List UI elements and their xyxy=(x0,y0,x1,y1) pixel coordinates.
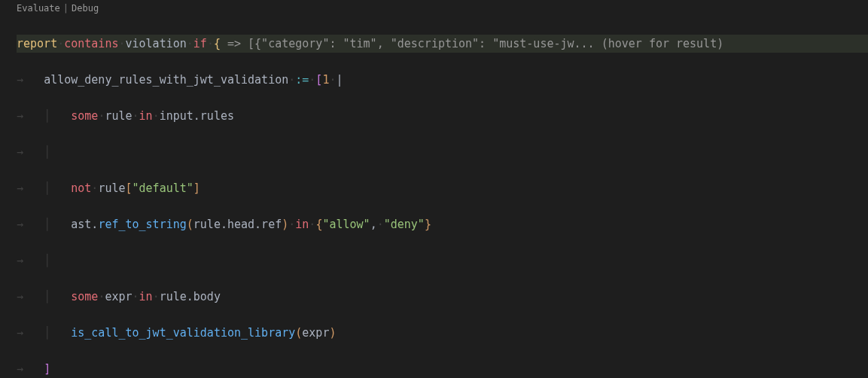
inlay-hint[interactable]: => [{"category": "tim", "description": "… xyxy=(221,37,723,50)
token-function: is_call_to_jwt_validation_library xyxy=(71,326,295,340)
token-ident: rule.body xyxy=(160,290,221,303)
token-keyword: in xyxy=(295,218,309,231)
token-bracket: [ xyxy=(126,181,132,195)
token-keyword: not xyxy=(71,181,91,195)
code-line[interactable]: → │ not·rule["default"] xyxy=(17,179,868,197)
code-line[interactable]: → │ xyxy=(17,251,868,270)
token-paren: ) xyxy=(282,218,288,231)
token-string: "deny" xyxy=(384,218,425,231)
token-paren: ( xyxy=(295,326,302,340)
token-string: "allow" xyxy=(322,218,370,231)
token-keyword: in xyxy=(139,290,153,303)
token-keyword: contains xyxy=(64,37,118,50)
token-ident: ast xyxy=(71,218,91,231)
token-ident: report xyxy=(17,37,57,50)
token-keyword: if xyxy=(193,37,207,50)
token-function: ref_to_string xyxy=(98,218,186,231)
token-pipe: | xyxy=(336,73,343,87)
code-line[interactable]: report·contains·violation·if·{ => [{"cat… xyxy=(17,35,868,53)
code-editor[interactable]: report·contains·violation·if·{ => [{"cat… xyxy=(0,17,868,378)
token-ident: input.rules xyxy=(160,109,234,123)
code-line[interactable]: → │ some·rule·in·input.rules xyxy=(17,107,868,125)
code-line[interactable]: → │ xyxy=(17,143,868,161)
token-keyword: some xyxy=(71,290,98,303)
code-line[interactable]: → │ is_call_to_jwt_validation_library(ex… xyxy=(17,324,868,342)
token-paren: ( xyxy=(187,218,193,231)
token-ident: expr xyxy=(105,290,132,303)
token-ident: violation xyxy=(126,37,187,50)
token-bracket: ] xyxy=(44,362,50,376)
codelens-bar: Evaluate|Debug xyxy=(0,0,868,17)
codelens-debug[interactable]: Debug xyxy=(72,3,99,14)
token-ident: expr xyxy=(302,326,329,340)
token-ident: allow_deny_rules_with_jwt_validation xyxy=(44,73,288,87)
code-line[interactable]: → ] xyxy=(17,360,868,378)
code-line[interactable]: → allow_deny_rules_with_jwt_validation·:… xyxy=(17,71,868,89)
token-keyword: in xyxy=(139,109,153,123)
token-string: "default" xyxy=(132,181,193,195)
token-paren: ) xyxy=(329,326,336,340)
codelens-evaluate[interactable]: Evaluate xyxy=(17,3,60,14)
token-op: := xyxy=(295,73,309,87)
token-keyword: some xyxy=(71,109,98,123)
codelens-separator: | xyxy=(63,3,69,14)
token-ident: rule xyxy=(98,181,125,195)
token-ident: rule xyxy=(105,109,132,123)
code-line[interactable]: → │ some·expr·in·rule.body xyxy=(17,288,868,306)
token-brace: } xyxy=(425,218,431,231)
token-bracket: ] xyxy=(193,181,200,195)
token-brace: { xyxy=(214,37,221,50)
token-ident: rule.head.ref xyxy=(193,218,282,231)
code-line[interactable]: → │ ast.ref_to_string(rule.head.ref)·in·… xyxy=(17,215,868,233)
